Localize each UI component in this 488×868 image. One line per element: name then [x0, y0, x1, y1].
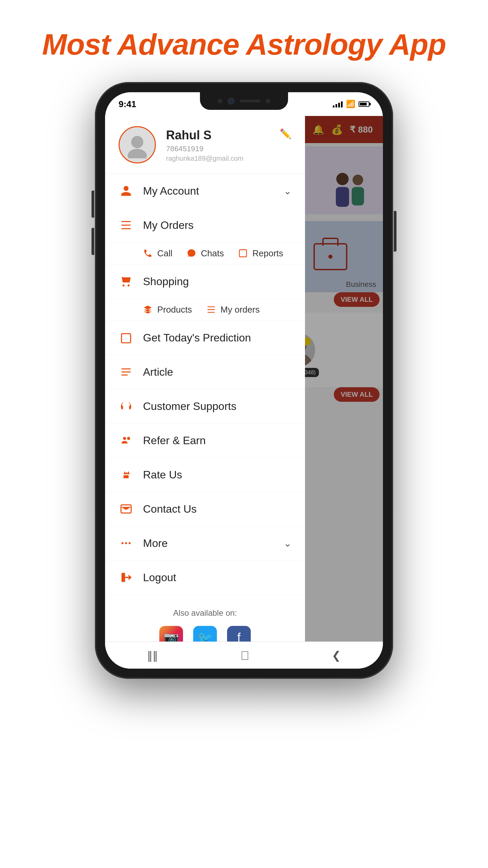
volume-down-button[interactable]	[92, 228, 94, 255]
prediction-icon	[119, 330, 134, 345]
shopping-icon	[119, 274, 134, 289]
contact-us-label: Contact Us	[143, 503, 291, 515]
svg-point-15	[125, 542, 127, 544]
svg-point-14	[122, 542, 124, 544]
menu-item-contact-us[interactable]: Contact Us	[105, 492, 305, 526]
menu-item-prediction[interactable]: Get Today's Prediction	[105, 321, 305, 355]
bottom-nav: ‖‖ ⎕ ❮	[105, 642, 383, 669]
nav-back-lines[interactable]: ‖‖	[147, 649, 158, 662]
call-label: Call	[157, 248, 172, 259]
nav-home-square[interactable]: ⎕	[242, 649, 248, 662]
edit-profile-icon[interactable]: ✏️	[280, 128, 291, 139]
orders-subitems: Call Chats Reports	[105, 242, 305, 264]
user-profile-section: Rahul S 786451919 raghunka189@gmail.com …	[105, 116, 305, 174]
reports-icon	[238, 248, 248, 259]
my-orders-label: My Orders	[143, 219, 291, 232]
notch-dot	[218, 99, 222, 103]
svg-point-11	[123, 437, 126, 440]
sub-item-call[interactable]: Call	[142, 248, 172, 259]
reports-label: Reports	[252, 248, 283, 259]
customer-support-label: Customer Supports	[143, 400, 291, 413]
shopping-subitems: Products My orders	[105, 299, 305, 321]
volume-up-button[interactable]	[92, 191, 94, 218]
menu-item-customer-support[interactable]: Customer Supports	[105, 389, 305, 423]
notch-dot-2	[266, 99, 270, 103]
more-icon	[119, 536, 134, 551]
article-icon	[119, 364, 134, 379]
logout-label: Logout	[143, 571, 291, 584]
wifi-icon: 📶	[346, 100, 355, 108]
sub-item-my-orders[interactable]: My orders	[206, 304, 260, 315]
shopping-label: Shopping	[143, 275, 291, 288]
article-label: Article	[143, 366, 291, 378]
signal-icon	[333, 101, 343, 107]
user-avatar[interactable]	[119, 126, 156, 163]
menu-item-my-account[interactable]: My Account ⌄	[105, 174, 305, 208]
battery-icon	[359, 101, 369, 107]
more-label: More	[143, 537, 274, 550]
svg-point-12	[127, 437, 130, 440]
menu-item-refer-earn[interactable]: Refer & Earn	[105, 423, 305, 458]
svg-point-16	[129, 542, 131, 544]
my-account-icon	[119, 183, 134, 198]
my-orders-sub-label: My orders	[221, 304, 260, 315]
sub-item-chats[interactable]: Chats	[186, 248, 224, 259]
logout-icon	[119, 570, 134, 585]
user-email: raghunka189@gmail.com	[166, 155, 269, 162]
chats-label: Chats	[201, 248, 224, 259]
more-chevron: ⌄	[284, 538, 291, 549]
app-content: 🔔 💰 ₹ 880 ✕	[105, 116, 383, 669]
menu-item-my-orders[interactable]: My Orders	[105, 208, 305, 242]
battery-fill	[360, 103, 367, 105]
contact-us-icon	[119, 501, 134, 516]
menu-item-shopping[interactable]: Shopping	[105, 264, 305, 299]
phone-frame: 9:41 📶 🔔 💰	[95, 82, 393, 679]
sub-item-products[interactable]: Products	[142, 304, 192, 315]
products-label: Products	[157, 304, 192, 315]
notch	[200, 92, 288, 110]
page-title: Most Advance Astrology App	[42, 27, 446, 62]
call-icon	[142, 248, 153, 259]
nav-back-arrow[interactable]: ❮	[332, 649, 341, 662]
phone-screen: 9:41 📶 🔔 💰	[105, 92, 383, 669]
svg-point-8	[128, 149, 147, 158]
my-account-label: My Account	[143, 185, 274, 197]
menu-panel: Rahul S 786451919 raghunka189@gmail.com …	[105, 116, 305, 669]
status-icons: 📶	[333, 100, 369, 108]
also-available-label: Also available on:	[119, 608, 291, 618]
svg-rect-9	[239, 250, 246, 257]
my-orders-icon	[119, 218, 134, 233]
refer-earn-icon	[119, 433, 134, 448]
user-info: Rahul S 786451919 raghunka189@gmail.com	[166, 126, 269, 162]
products-icon	[142, 304, 153, 315]
rate-us-icon	[119, 467, 134, 482]
notch-speaker	[240, 100, 260, 102]
menu-item-article[interactable]: Article	[105, 355, 305, 389]
camera-lens	[228, 98, 235, 104]
menu-item-more[interactable]: More ⌄	[105, 526, 305, 560]
refer-earn-label: Refer & Earn	[143, 434, 291, 447]
avatar-svg	[124, 131, 151, 158]
customer-support-icon	[119, 399, 134, 414]
power-button[interactable]	[394, 211, 396, 252]
rate-us-label: Rate Us	[143, 469, 291, 481]
menu-item-logout[interactable]: Logout	[105, 560, 305, 595]
sub-item-reports[interactable]: Reports	[238, 248, 283, 259]
user-name: Rahul S	[166, 128, 269, 142]
my-orders-sub-icon	[206, 304, 217, 315]
user-phone: 786451919	[166, 144, 269, 153]
svg-point-7	[131, 136, 143, 148]
chats-icon	[186, 248, 197, 259]
svg-rect-10	[122, 334, 131, 343]
menu-item-rate-us[interactable]: Rate Us	[105, 458, 305, 492]
my-account-chevron: ⌄	[284, 185, 291, 197]
status-time: 9:41	[119, 99, 136, 110]
prediction-label: Get Today's Prediction	[143, 332, 291, 344]
